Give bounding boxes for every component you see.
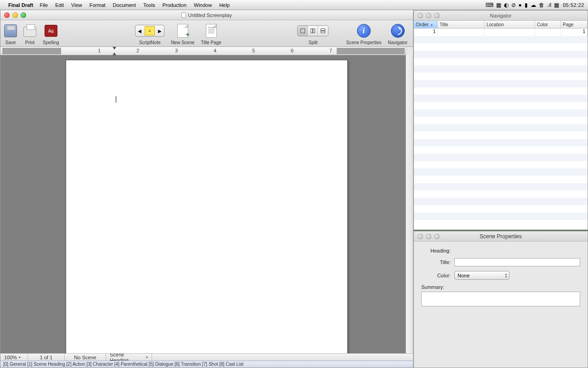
- color-value: None: [458, 273, 469, 278]
- summary-label: Summary:: [421, 284, 580, 290]
- printer-icon[interactable]: [23, 27, 36, 37]
- status-icon[interactable]: ⊘: [511, 2, 516, 8]
- minimize-button[interactable]: [426, 234, 431, 239]
- scene-cell[interactable]: No Scene: [65, 354, 106, 361]
- cell-page: 1: [561, 29, 588, 36]
- status-icon[interactable]: ▦: [496, 2, 501, 8]
- menu-document[interactable]: Document: [113, 2, 136, 8]
- title-label: Title:: [421, 259, 451, 265]
- toolbar: Save Print Aa Spelling ◀ ≡ ▶ Scrip: [0, 20, 413, 47]
- save-icon[interactable]: [4, 24, 17, 37]
- scriptnote-nav[interactable]: ◀ ≡ ▶: [135, 25, 164, 37]
- column-title[interactable]: Title: [438, 21, 485, 28]
- split-horizontal-button[interactable]: [318, 26, 328, 36]
- split-single-button[interactable]: [298, 26, 308, 36]
- ruler-tick: 6: [291, 48, 294, 53]
- text-cursor: [116, 96, 116, 103]
- next-note-icon[interactable]: ▶: [156, 29, 164, 34]
- ruler[interactable]: 1 2 3 4 5 6 7: [0, 47, 413, 55]
- cell-color: [535, 29, 561, 36]
- menu-production[interactable]: Production: [162, 2, 187, 8]
- column-page[interactable]: Page: [561, 21, 588, 28]
- close-button[interactable]: [418, 13, 423, 18]
- ruler-tick: 1: [98, 48, 101, 53]
- status-icon[interactable]: ◐: [504, 2, 509, 8]
- zoom-button[interactable]: [21, 12, 26, 18]
- date-icon[interactable]: ▦: [554, 2, 559, 8]
- document-window: Untitled Screenplay Save Print Aa Spelli…: [0, 10, 413, 368]
- page-of-cell[interactable]: 1 of 1: [28, 354, 65, 361]
- ruler-tick: 4: [214, 48, 216, 53]
- cell-order: 1: [414, 29, 438, 36]
- menu-bar: Final Draft File Edit View Format Docume…: [0, 0, 588, 10]
- menu-help[interactable]: Help: [219, 2, 230, 8]
- zoom-cell[interactable]: 100%▾: [0, 354, 28, 361]
- menu-window[interactable]: Window: [194, 2, 212, 8]
- navigator-window: Navigator Order▲ Title Location Color Pa…: [413, 10, 588, 230]
- column-order[interactable]: Order▲: [414, 21, 438, 28]
- status-icon[interactable]: ●: [519, 2, 522, 8]
- prev-note-icon[interactable]: ◀: [136, 29, 144, 34]
- title-input[interactable]: [454, 258, 580, 266]
- document-area[interactable]: [0, 55, 413, 353]
- column-location[interactable]: Location: [485, 21, 535, 28]
- element-cell[interactable]: Scene Heading▾: [106, 354, 152, 361]
- scriptnote-button[interactable]: ScriptNote: [139, 40, 161, 45]
- menu-format[interactable]: Format: [90, 2, 106, 8]
- navigator-table: Order▲ Title Location Color Page 1 1: [414, 21, 588, 230]
- navigator-titlebar[interactable]: Navigator: [414, 11, 588, 21]
- heading-label: Heading:: [421, 248, 451, 253]
- dictionary-icon[interactable]: Aa: [45, 25, 57, 37]
- ruler-tick: 3: [175, 48, 178, 53]
- scene-properties-title: Scene Properties: [414, 233, 588, 240]
- split-vertical-button[interactable]: [308, 26, 318, 36]
- select-arrows-icon: ▴▾: [505, 273, 507, 278]
- document-titlebar[interactable]: Untitled Screenplay: [0, 10, 413, 20]
- minimize-button[interactable]: [426, 13, 431, 18]
- new-scene-button[interactable]: New Scene: [171, 40, 194, 45]
- menu-clock[interactable]: 05:52:22: [563, 2, 584, 8]
- table-row[interactable]: 1 1: [414, 29, 588, 36]
- menu-tools[interactable]: Tools: [143, 2, 155, 8]
- summary-textarea[interactable]: [421, 292, 580, 306]
- document-page[interactable]: [66, 60, 348, 353]
- wifi-icon[interactable]: .ıl: [547, 2, 551, 8]
- title-page-icon[interactable]: [206, 24, 217, 38]
- scene-properties-button[interactable]: Scene Properties: [346, 40, 381, 45]
- split-button[interactable]: Split: [309, 40, 317, 45]
- vertical-scrollbar[interactable]: [406, 55, 413, 353]
- status-icon[interactable]: ☁: [531, 2, 536, 8]
- status-icon[interactable]: ▮: [525, 2, 528, 8]
- spelling-button[interactable]: Spelling: [43, 40, 59, 45]
- ruler-tick: 5: [252, 48, 255, 53]
- column-color[interactable]: Color: [535, 21, 561, 28]
- close-button[interactable]: [418, 234, 423, 239]
- navigator-title: Navigator: [414, 13, 588, 18]
- scene-properties-titlebar[interactable]: Scene Properties: [414, 231, 588, 242]
- save-button[interactable]: Save: [6, 40, 16, 45]
- print-button[interactable]: Print: [25, 40, 35, 45]
- close-button[interactable]: [4, 12, 10, 18]
- hint-bar: [0] General [1] Scene Heading [2] Action…: [0, 361, 413, 368]
- menu-view[interactable]: View: [71, 2, 82, 8]
- new-scene-icon[interactable]: [177, 24, 188, 38]
- zoom-button[interactable]: [434, 234, 440, 239]
- info-icon[interactable]: i: [357, 24, 371, 38]
- note-icon[interactable]: ≡: [145, 26, 155, 35]
- status-icon[interactable]: ⌨: [486, 2, 493, 8]
- status-bar: 100%▾ 1 of 1 No Scene Scene Heading▾: [0, 353, 413, 361]
- color-select[interactable]: None ▴▾: [454, 271, 509, 280]
- status-icon[interactable]: 🗑: [539, 2, 544, 8]
- minimize-button[interactable]: [12, 12, 18, 18]
- indent-marker-icon[interactable]: [113, 47, 116, 50]
- compass-icon[interactable]: [391, 24, 405, 38]
- scene-properties-window: Scene Properties Heading: Title: Color: …: [413, 231, 588, 368]
- menu-edit[interactable]: Edit: [55, 2, 64, 8]
- menu-file[interactable]: File: [40, 2, 48, 8]
- split-segmented[interactable]: [297, 25, 328, 36]
- zoom-button[interactable]: [434, 13, 440, 18]
- title-page-button[interactable]: Title Page: [201, 40, 221, 45]
- app-name[interactable]: Final Draft: [8, 2, 33, 8]
- navigator-button[interactable]: Navigator: [388, 40, 407, 45]
- ruler-end: [406, 47, 413, 55]
